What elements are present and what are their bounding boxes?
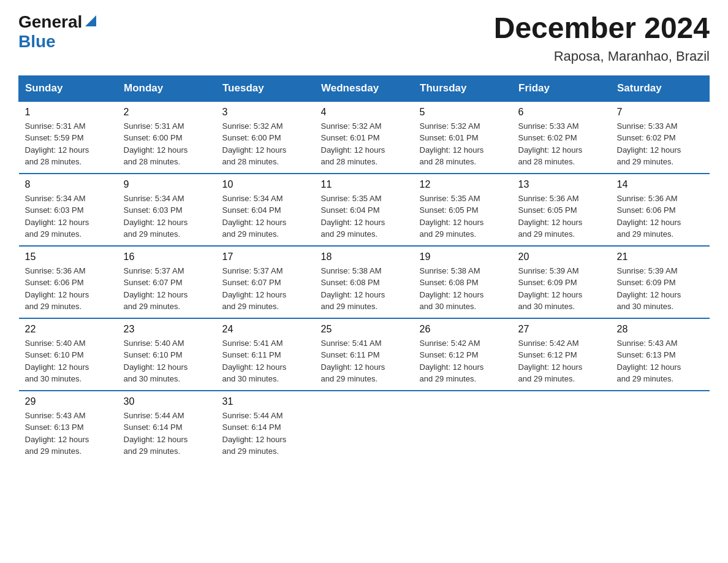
day-number: 26 bbox=[420, 324, 506, 335]
day-number: 13 bbox=[518, 179, 605, 190]
logo-general-text: General bbox=[18, 12, 82, 32]
logo-blue-text: Blue bbox=[18, 32, 56, 52]
calendar-cell: 8Sunrise: 5:34 AMSunset: 6:03 PMDaylight… bbox=[19, 174, 118, 246]
day-info: Sunrise: 5:31 AMSunset: 6:00 PMDaylight:… bbox=[124, 121, 188, 167]
calendar-cell: 14Sunrise: 5:36 AMSunset: 6:06 PMDayligh… bbox=[611, 174, 710, 246]
calendar-cell: 26Sunrise: 5:42 AMSunset: 6:12 PMDayligh… bbox=[414, 318, 512, 391]
day-info: Sunrise: 5:35 AMSunset: 6:04 PMDaylight:… bbox=[321, 194, 385, 239]
calendar-header-row: Sunday Monday Tuesday Wednesday Thursday… bbox=[19, 75, 710, 101]
day-number: 23 bbox=[124, 324, 210, 335]
day-info: Sunrise: 5:44 AMSunset: 6:14 PMDaylight:… bbox=[124, 411, 188, 456]
calendar-cell bbox=[611, 391, 710, 462]
page-header: General Blue December 2024 Raposa, Maran… bbox=[18, 12, 710, 64]
week-row-2: 8Sunrise: 5:34 AMSunset: 6:03 PMDaylight… bbox=[19, 174, 710, 246]
day-info: Sunrise: 5:33 AMSunset: 6:02 PMDaylight:… bbox=[518, 121, 583, 167]
col-sunday: Sunday bbox=[19, 75, 118, 101]
calendar-cell: 30Sunrise: 5:44 AMSunset: 6:14 PMDayligh… bbox=[118, 391, 216, 462]
day-info: Sunrise: 5:40 AMSunset: 6:10 PMDaylight:… bbox=[25, 339, 89, 384]
day-number: 3 bbox=[222, 107, 309, 118]
calendar-cell: 21Sunrise: 5:39 AMSunset: 6:09 PMDayligh… bbox=[611, 246, 710, 318]
day-info: Sunrise: 5:38 AMSunset: 6:08 PMDaylight:… bbox=[420, 266, 484, 312]
day-info: Sunrise: 5:36 AMSunset: 6:05 PMDaylight:… bbox=[518, 194, 583, 239]
day-number: 19 bbox=[420, 251, 506, 262]
calendar-cell: 9Sunrise: 5:34 AMSunset: 6:03 PMDaylight… bbox=[118, 174, 216, 246]
calendar-cell: 5Sunrise: 5:32 AMSunset: 6:01 PMDaylight… bbox=[414, 101, 512, 174]
day-info: Sunrise: 5:43 AMSunset: 6:13 PMDaylight:… bbox=[617, 339, 681, 384]
calendar-subtitle: Raposa, Maranhao, Brazil bbox=[494, 48, 710, 64]
day-info: Sunrise: 5:34 AMSunset: 6:04 PMDaylight:… bbox=[222, 194, 287, 239]
calendar-cell: 11Sunrise: 5:35 AMSunset: 6:04 PMDayligh… bbox=[315, 174, 414, 246]
col-thursday: Thursday bbox=[414, 75, 512, 101]
day-info: Sunrise: 5:42 AMSunset: 6:12 PMDaylight:… bbox=[518, 339, 583, 384]
week-row-3: 15Sunrise: 5:36 AMSunset: 6:06 PMDayligh… bbox=[19, 246, 710, 318]
logo-blue-line: Blue bbox=[18, 32, 58, 52]
day-info: Sunrise: 5:32 AMSunset: 6:00 PMDaylight:… bbox=[222, 121, 287, 167]
svg-marker-0 bbox=[85, 15, 96, 26]
day-info: Sunrise: 5:40 AMSunset: 6:10 PMDaylight:… bbox=[124, 339, 188, 384]
day-info: Sunrise: 5:42 AMSunset: 6:12 PMDaylight:… bbox=[420, 339, 484, 384]
day-info: Sunrise: 5:32 AMSunset: 6:01 PMDaylight:… bbox=[321, 121, 385, 167]
calendar-cell: 16Sunrise: 5:37 AMSunset: 6:07 PMDayligh… bbox=[118, 246, 216, 318]
day-number: 8 bbox=[25, 179, 112, 190]
day-number: 16 bbox=[124, 251, 210, 262]
calendar-cell: 29Sunrise: 5:43 AMSunset: 6:13 PMDayligh… bbox=[19, 391, 118, 462]
day-number: 1 bbox=[25, 107, 112, 118]
calendar-table: Sunday Monday Tuesday Wednesday Thursday… bbox=[18, 75, 710, 462]
day-info: Sunrise: 5:37 AMSunset: 6:07 PMDaylight:… bbox=[124, 266, 188, 312]
day-number: 17 bbox=[222, 251, 309, 262]
calendar-cell: 20Sunrise: 5:39 AMSunset: 6:09 PMDayligh… bbox=[512, 246, 611, 318]
day-info: Sunrise: 5:38 AMSunset: 6:08 PMDaylight:… bbox=[321, 266, 385, 312]
calendar-cell: 19Sunrise: 5:38 AMSunset: 6:08 PMDayligh… bbox=[414, 246, 512, 318]
day-info: Sunrise: 5:41 AMSunset: 6:11 PMDaylight:… bbox=[222, 339, 287, 384]
col-friday: Friday bbox=[512, 75, 611, 101]
calendar-cell: 13Sunrise: 5:36 AMSunset: 6:05 PMDayligh… bbox=[512, 174, 611, 246]
day-number: 29 bbox=[25, 396, 112, 407]
day-number: 24 bbox=[222, 324, 309, 335]
title-area: December 2024 Raposa, Maranhao, Brazil bbox=[494, 12, 710, 64]
day-number: 5 bbox=[420, 107, 506, 118]
day-info: Sunrise: 5:34 AMSunset: 6:03 PMDaylight:… bbox=[124, 194, 188, 239]
calendar-cell: 31Sunrise: 5:44 AMSunset: 6:14 PMDayligh… bbox=[216, 391, 315, 462]
calendar-title: December 2024 bbox=[494, 12, 710, 45]
day-number: 10 bbox=[222, 179, 309, 190]
day-number: 20 bbox=[518, 251, 605, 262]
day-number: 28 bbox=[617, 324, 703, 335]
day-info: Sunrise: 5:32 AMSunset: 6:01 PMDaylight:… bbox=[420, 121, 484, 167]
calendar-cell: 18Sunrise: 5:38 AMSunset: 6:08 PMDayligh… bbox=[315, 246, 414, 318]
day-number: 2 bbox=[124, 107, 210, 118]
day-info: Sunrise: 5:41 AMSunset: 6:11 PMDaylight:… bbox=[321, 339, 385, 384]
calendar-cell: 10Sunrise: 5:34 AMSunset: 6:04 PMDayligh… bbox=[216, 174, 315, 246]
day-info: Sunrise: 5:35 AMSunset: 6:05 PMDaylight:… bbox=[420, 194, 484, 239]
calendar-cell: 25Sunrise: 5:41 AMSunset: 6:11 PMDayligh… bbox=[315, 318, 414, 391]
day-info: Sunrise: 5:43 AMSunset: 6:13 PMDaylight:… bbox=[25, 411, 89, 456]
calendar-cell: 28Sunrise: 5:43 AMSunset: 6:13 PMDayligh… bbox=[611, 318, 710, 391]
calendar-cell: 1Sunrise: 5:31 AMSunset: 5:59 PMDaylight… bbox=[19, 101, 118, 174]
day-number: 6 bbox=[518, 107, 605, 118]
day-number: 15 bbox=[25, 251, 112, 262]
day-number: 25 bbox=[321, 324, 408, 335]
col-monday: Monday bbox=[118, 75, 216, 101]
calendar-cell bbox=[315, 391, 414, 462]
day-number: 30 bbox=[124, 396, 210, 407]
day-number: 18 bbox=[321, 251, 408, 262]
calendar-cell bbox=[512, 391, 611, 462]
day-info: Sunrise: 5:39 AMSunset: 6:09 PMDaylight:… bbox=[518, 266, 583, 312]
calendar-cell: 15Sunrise: 5:36 AMSunset: 6:06 PMDayligh… bbox=[19, 246, 118, 318]
calendar-cell: 7Sunrise: 5:33 AMSunset: 6:02 PMDaylight… bbox=[611, 101, 710, 174]
day-number: 27 bbox=[518, 324, 605, 335]
day-number: 11 bbox=[321, 179, 408, 190]
calendar-cell: 6Sunrise: 5:33 AMSunset: 6:02 PMDaylight… bbox=[512, 101, 611, 174]
week-row-1: 1Sunrise: 5:31 AMSunset: 5:59 PMDaylight… bbox=[19, 101, 710, 174]
day-number: 7 bbox=[617, 107, 703, 118]
day-number: 22 bbox=[25, 324, 112, 335]
day-number: 9 bbox=[124, 179, 210, 190]
logo-triangle-icon bbox=[84, 14, 97, 28]
calendar-cell: 23Sunrise: 5:40 AMSunset: 6:10 PMDayligh… bbox=[118, 318, 216, 391]
day-number: 12 bbox=[420, 179, 506, 190]
day-number: 31 bbox=[222, 396, 309, 407]
calendar-cell: 4Sunrise: 5:32 AMSunset: 6:01 PMDaylight… bbox=[315, 101, 414, 174]
calendar-cell: 22Sunrise: 5:40 AMSunset: 6:10 PMDayligh… bbox=[19, 318, 118, 391]
calendar-cell: 3Sunrise: 5:32 AMSunset: 6:00 PMDaylight… bbox=[216, 101, 315, 174]
day-info: Sunrise: 5:36 AMSunset: 6:06 PMDaylight:… bbox=[617, 194, 681, 239]
day-number: 14 bbox=[617, 179, 703, 190]
